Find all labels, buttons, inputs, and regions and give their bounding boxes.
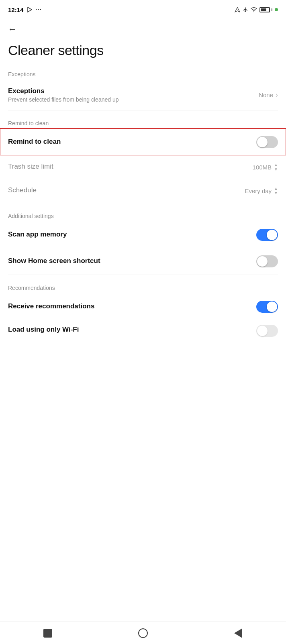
scan-app-memory-toggle[interactable] bbox=[256, 229, 278, 241]
page-title: Cleaner settings bbox=[0, 38, 286, 68]
show-home-shortcut-title: Show Home screen shortcut bbox=[8, 257, 100, 265]
exceptions-value[interactable]: None › bbox=[259, 91, 278, 99]
receive-recommendations-title: Receive recommendations bbox=[8, 302, 94, 310]
load-wifi-title: Load using only Wi-Fi bbox=[8, 326, 79, 334]
schedule-row[interactable]: Schedule Every day ▲ ▼ bbox=[0, 179, 286, 203]
trash-size-value: 100MB bbox=[253, 164, 272, 171]
play-icon bbox=[27, 7, 32, 12]
main-content: ← Cleaner settings Exceptions Exceptions… bbox=[0, 18, 286, 368]
exceptions-section-header: Exceptions bbox=[0, 68, 286, 80]
remind-title: Remind to clean bbox=[8, 138, 61, 146]
trash-size-right[interactable]: 100MB ▲ ▼ bbox=[253, 163, 278, 171]
back-arrow-icon[interactable]: ← bbox=[8, 24, 17, 34]
status-right bbox=[235, 7, 278, 12]
battery-icon bbox=[259, 7, 272, 12]
remind-to-clean-row[interactable]: Remind to clean bbox=[0, 129, 286, 155]
show-home-shortcut-row[interactable]: Show Home screen shortcut bbox=[0, 248, 286, 275]
nav-home-button[interactable] bbox=[131, 625, 155, 641]
nav-square-icon bbox=[43, 629, 52, 638]
dots-icon: ··· bbox=[35, 7, 42, 12]
trash-size-updown-icon[interactable]: ▲ ▼ bbox=[274, 163, 278, 171]
scan-app-memory-knob bbox=[267, 230, 277, 240]
location-icon bbox=[235, 7, 240, 12]
back-button[interactable]: ← bbox=[0, 18, 286, 38]
scan-app-memory-row[interactable]: Scan app memory bbox=[0, 222, 286, 248]
bottom-nav bbox=[0, 622, 286, 644]
exceptions-title: Exceptions bbox=[8, 87, 119, 95]
load-wifi-row[interactable]: Load using only Wi-Fi bbox=[0, 320, 286, 340]
wifi-icon bbox=[251, 7, 257, 12]
status-bar: 12:14 ··· bbox=[0, 0, 286, 18]
nav-square-button[interactable] bbox=[36, 625, 60, 641]
status-left: 12:14 ··· bbox=[8, 6, 42, 13]
schedule-updown-icon[interactable]: ▲ ▼ bbox=[274, 187, 278, 195]
remind-toggle[interactable] bbox=[256, 136, 278, 148]
airplane-icon bbox=[243, 7, 248, 12]
nav-back-button[interactable] bbox=[226, 625, 250, 641]
exceptions-subtitle: Prevent selected files from being cleane… bbox=[8, 96, 119, 103]
green-dot bbox=[275, 8, 278, 11]
show-home-shortcut-toggle[interactable] bbox=[256, 255, 278, 267]
svg-marker-0 bbox=[28, 7, 32, 12]
trash-size-title: Trash size limit bbox=[8, 163, 53, 171]
exceptions-row[interactable]: Exceptions Prevent selected files from b… bbox=[0, 80, 286, 110]
load-wifi-toggle[interactable] bbox=[256, 325, 278, 337]
nav-circle-icon bbox=[138, 628, 148, 638]
scan-app-memory-title: Scan app memory bbox=[8, 230, 67, 238]
remind-section-header: Remind to clean bbox=[0, 117, 286, 129]
additional-section-header: Additional settings bbox=[0, 210, 286, 222]
receive-recommendations-knob bbox=[267, 302, 277, 312]
time-display: 12:14 bbox=[8, 6, 23, 13]
schedule-title: Schedule bbox=[8, 186, 37, 194]
trash-size-row[interactable]: Trash size limit 100MB ▲ ▼ bbox=[0, 155, 286, 179]
schedule-right[interactable]: Every day ▲ ▼ bbox=[245, 187, 278, 195]
load-wifi-knob bbox=[257, 326, 268, 336]
receive-recommendations-row[interactable]: Receive recommendations bbox=[0, 293, 286, 320]
exceptions-chevron-icon: › bbox=[276, 91, 278, 99]
show-home-shortcut-knob bbox=[257, 256, 268, 267]
schedule-value: Every day bbox=[245, 187, 272, 194]
svg-point-1 bbox=[253, 11, 254, 12]
nav-triangle-icon bbox=[234, 628, 242, 638]
receive-recommendations-toggle[interactable] bbox=[256, 301, 278, 313]
remind-toggle-knob bbox=[257, 137, 268, 147]
recommendations-section-header: Recommendations bbox=[0, 281, 286, 293]
